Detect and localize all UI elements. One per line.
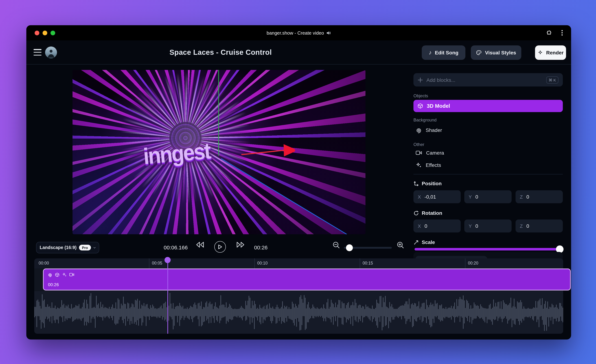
gizmo-z-axis xyxy=(221,159,347,234)
cube-icon xyxy=(417,103,423,109)
ruler-label: 00:05 xyxy=(152,261,162,265)
other-section-label: Other xyxy=(413,142,424,147)
timeline-zoom-handle[interactable] xyxy=(346,244,353,251)
block-shader-label: Shader xyxy=(426,127,442,133)
rotation-y-input[interactable]: Y 0 xyxy=(464,219,512,233)
spiral-icon xyxy=(416,127,422,133)
app-window: banger.show - Create video Space Laces - xyxy=(26,25,571,340)
ruler-gridline xyxy=(465,258,465,269)
fast-forward-button[interactable] xyxy=(236,241,245,248)
speaker-icon xyxy=(326,30,331,35)
zoom-out-button[interactable] xyxy=(332,241,340,249)
plus-icon xyxy=(418,77,423,82)
page-title: Space Laces - Cruise Control xyxy=(26,40,415,65)
render-button[interactable]: Render xyxy=(535,45,566,60)
window-title: banger.show - Create video xyxy=(26,25,571,40)
visual-styles-button[interactable]: Visual Styles xyxy=(471,45,521,60)
play-icon xyxy=(214,241,226,253)
spiral-icon xyxy=(48,272,52,277)
position-axes-icon xyxy=(413,181,419,186)
camera-icon xyxy=(69,272,74,277)
gizmo-x-arrowhead xyxy=(283,144,295,156)
aspect-ratio-label: Landscape (16:9) xyxy=(40,245,76,250)
window-title-text: banger.show - Create video xyxy=(267,30,324,36)
position-section-header: Position xyxy=(413,180,442,187)
playhead-line[interactable] xyxy=(167,260,168,334)
command-k-shortcut: ⌘ K xyxy=(546,76,559,83)
total-duration: 00:26 xyxy=(249,244,272,250)
titlebar: banger.show - Create video xyxy=(26,25,571,40)
edit-song-label: Edit Song xyxy=(435,50,459,56)
block-camera[interactable]: Camera xyxy=(416,148,444,158)
edit-song-button[interactable]: ♪ Edit Song xyxy=(422,45,465,60)
render-label: Render xyxy=(546,50,564,56)
pro-badge: Pro xyxy=(79,245,91,250)
block-3d-model[interactable]: 3D Model xyxy=(413,100,563,112)
transform-gizmo[interactable] xyxy=(73,70,365,234)
app-header: Space Laces - Cruise Control ♪ Edit Song… xyxy=(26,40,571,65)
sparkles-icon xyxy=(416,162,422,168)
ruler-label: 00:00 xyxy=(39,261,49,265)
ruler-label: 00:20 xyxy=(468,261,478,265)
ruler-gridline xyxy=(254,258,255,269)
position-x-input[interactable]: X -0,01 xyxy=(413,190,461,203)
timeline-ruler[interactable]: 00:00 00:05 00:10 00:15 00:20 xyxy=(34,258,563,269)
rewind-button[interactable] xyxy=(195,241,205,248)
ruler-label: 00:15 xyxy=(363,261,373,265)
waveform-bars xyxy=(34,293,563,331)
objects-section-label: Objects xyxy=(413,93,428,98)
chevron-down-icon xyxy=(93,246,96,249)
clip-block-icons xyxy=(48,272,74,277)
timeline[interactable]: 00:00 00:05 00:10 00:15 00:20 00:26 xyxy=(34,258,563,334)
aspect-ratio-selector[interactable]: Landscape (16:9) Pro xyxy=(36,242,99,253)
ruler-gridline xyxy=(149,258,149,269)
rotation-x-input[interactable]: X 0 xyxy=(413,219,461,233)
camera-icon xyxy=(416,150,422,156)
visual-styles-label: Visual Styles xyxy=(485,50,516,56)
ruler-gridline xyxy=(360,258,360,269)
playhead-handle[interactable] xyxy=(164,257,171,263)
desktop-background: banger.show - Create video Space Laces - xyxy=(0,0,596,364)
sparkle-icon xyxy=(537,50,543,55)
current-time: 00:06.166 xyxy=(158,244,194,250)
scale-icon xyxy=(413,240,419,245)
scale-slider[interactable] xyxy=(415,248,563,250)
timeline-clip[interactable]: 00:26 xyxy=(43,269,571,291)
scale-section-header: Scale xyxy=(413,239,435,246)
sparkles-icon xyxy=(62,272,67,277)
waveform xyxy=(34,291,563,334)
music-note-icon: ♪ xyxy=(429,49,432,56)
add-blocks-input[interactable]: Add blocks... ⌘ K xyxy=(413,73,563,87)
block-effects-label: Effects xyxy=(426,162,441,168)
zoom-in-button[interactable] xyxy=(396,241,404,249)
sidebar-divider xyxy=(413,174,563,175)
palette-icon xyxy=(476,50,482,56)
rotation-icon xyxy=(413,210,419,216)
block-3d-model-label: 3D Model xyxy=(427,103,450,109)
cube-icon xyxy=(55,272,60,277)
block-effects[interactable]: Effects xyxy=(416,160,441,170)
background-section-label: Background xyxy=(413,117,437,123)
block-camera-label: Camera xyxy=(426,150,444,156)
ruler-label: 00:10 xyxy=(257,261,268,265)
extensions-icon[interactable] xyxy=(546,30,552,36)
browser-menu-icon[interactable] xyxy=(559,30,565,36)
play-button[interactable] xyxy=(214,241,226,253)
block-shader[interactable]: Shader xyxy=(416,125,442,135)
rotation-section-header: Rotation xyxy=(413,209,442,217)
clip-duration-label: 00:26 xyxy=(48,282,59,287)
rotation-z-input[interactable]: Z 0 xyxy=(515,219,563,233)
add-blocks-placeholder: Add blocks... xyxy=(426,77,543,83)
position-y-input[interactable]: Y 0 xyxy=(464,190,512,203)
position-z-input[interactable]: Z 0 xyxy=(515,190,563,203)
video-preview[interactable]: inngest xyxy=(73,70,365,234)
gizmo-x-axis xyxy=(241,150,284,155)
